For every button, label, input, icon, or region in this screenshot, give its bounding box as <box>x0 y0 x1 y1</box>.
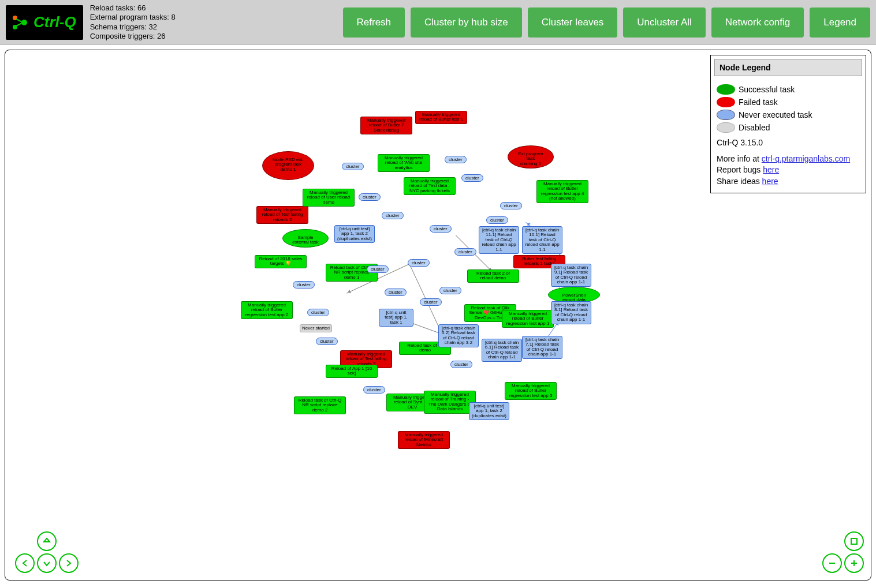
fit-icon <box>849 537 859 546</box>
network-canvas[interactable]: Node-RED ext. program task demo 1 Ext pr… <box>5 50 871 580</box>
uncluster-all-button[interactable]: Uncluster All <box>623 8 705 38</box>
pan-right-button[interactable] <box>59 553 79 573</box>
node-green-reload2018[interactable]: Reload of 2018 sales targets 🏆 <box>255 255 307 268</box>
node-green-app1[interactable]: Reload of App 1 [10 sek] <box>326 365 378 378</box>
zoom-out-button[interactable] <box>822 553 842 573</box>
header-buttons: Refresh Cluster by hub size Cluster leav… <box>343 8 870 38</box>
cluster-pill[interactable]: cluster <box>307 309 329 316</box>
zoom-in-button[interactable] <box>844 553 864 573</box>
node-blue-tc81[interactable]: [ctrl-q task chain 8.1] Reload task of C… <box>551 301 591 324</box>
legend-label-success: Successful task <box>739 85 795 94</box>
brand-logo: Ctrl-Q <box>6 5 83 40</box>
cluster-pill[interactable]: cluster <box>486 216 508 224</box>
node-blue-tc61[interactable]: [ctrl-q task chain 6.1] Reload task of C… <box>482 339 522 362</box>
legend-ideas: Share ideas here <box>717 176 860 188</box>
cluster-pill[interactable]: cluster <box>461 174 483 182</box>
node-blue-unit11[interactable]: [ctrl-q unit test] app 1, task 1 <box>379 309 413 327</box>
swatch-never-icon <box>717 110 735 120</box>
node-green-user[interactable]: Manually triggered reload of User reload… <box>303 189 355 207</box>
node-red-failing2[interactable]: Manually triggered reload of Test failin… <box>256 206 308 224</box>
refresh-button[interactable]: Refresh <box>343 8 405 38</box>
node-red-minecraft[interactable]: Manually triggered reload of Minecraft M… <box>398 431 450 449</box>
legend-button[interactable]: Legend <box>810 8 870 38</box>
svg-line-4 <box>16 23 22 26</box>
node-green-reload2[interactable]: Reload task 2 of reload demo <box>467 269 519 283</box>
legend-row-success: Successful task <box>717 84 860 95</box>
cluster-pill[interactable]: cluster <box>420 298 442 306</box>
legend-bugs-link[interactable]: here <box>763 165 779 174</box>
cluster-leaves-button[interactable]: Cluster leaves <box>528 8 618 38</box>
cluster-by-hub-size-button[interactable]: Cluster by hub size <box>411 8 522 38</box>
node-green-butler2[interactable]: Manually triggered reload of Butler regr… <box>241 301 293 319</box>
cluster-pill[interactable]: cluster <box>363 386 385 394</box>
stat-ext-prog-tasks: External program tasks: 8 <box>90 13 176 22</box>
cluster-pill[interactable]: cluster <box>450 361 472 368</box>
minus-icon <box>827 559 837 568</box>
node-blue-tc52[interactable]: [ctrl-q task chain 5.2] Reload task of C… <box>438 324 479 347</box>
plus-icon <box>849 559 859 568</box>
network-config-button[interactable]: Network config <box>711 8 804 38</box>
cluster-pill[interactable]: cluster <box>382 212 404 219</box>
cluster-pill[interactable]: cluster <box>445 156 467 163</box>
legend-ideas-link[interactable]: here <box>762 177 778 186</box>
svg-rect-5 <box>851 538 857 544</box>
node-blue-tc101[interactable]: [ctrl-q task chain 10.1] Reload task of … <box>522 226 562 254</box>
node-green-ellipse-sample[interactable]: Sample external task <box>282 229 329 248</box>
node-red-buttertest[interactable]: Manually triggered reload of ButterTest … <box>415 111 467 124</box>
swatch-disabled-icon <box>717 122 735 133</box>
node-blue-unit12a[interactable]: [ctrl-q unit test] app 1, task 2 (duplic… <box>334 225 375 243</box>
cluster-pill[interactable]: cluster <box>385 289 407 296</box>
arrow-right-icon <box>64 559 73 568</box>
node-green-web[interactable]: Manually triggered reload of Web site an… <box>378 154 430 172</box>
zoom-fit-button[interactable] <box>844 531 864 551</box>
stat-reload-tasks: Reload tasks: 66 <box>90 3 176 13</box>
legend-panel: Node Legend Successful task Failed task … <box>710 55 866 193</box>
svg-point-2 <box>21 20 27 25</box>
brand-text: Ctrl-Q <box>33 13 76 31</box>
pan-controls <box>12 531 81 573</box>
pan-up-button[interactable] <box>37 531 57 551</box>
node-green-ellipse-ps[interactable]: PowerShell export data connections <box>548 287 600 303</box>
node-grey-never-started[interactable]: Never started <box>300 324 332 332</box>
node-blue-tc111[interactable]: [ctrl-q task chain 11.1] Reload task of … <box>479 226 519 254</box>
node-blue-unit12b[interactable]: [ctrl-q unit test] app 1, task 2 (duplic… <box>469 402 509 420</box>
node-green-training[interactable]: Manually triggered reload of Training - … <box>424 391 476 414</box>
cluster-pill[interactable]: cluster <box>408 259 430 267</box>
node-red-ellipse-right[interactable]: Ext program task chaining 1 <box>508 145 554 168</box>
cluster-pill[interactable]: cluster <box>359 193 381 201</box>
node-red-butler7[interactable]: Manually triggered reload of Butler 7 Sl… <box>360 117 412 134</box>
legend-version: Ctrl-Q 3.15.0 <box>717 137 860 149</box>
node-green-butler1[interactable]: Manually triggered reload of Butler regr… <box>502 310 554 328</box>
node-blue-tc71[interactable]: [ctrl-q task chain 7.1] Reload task of C… <box>522 336 562 359</box>
cluster-pill[interactable]: cluster <box>293 281 315 289</box>
legend-bugs: Report bugs here <box>717 164 860 176</box>
legend-label-never: Never executed task <box>739 110 812 119</box>
node-green-butler4[interactable]: Manually triggered reload of Butler regr… <box>536 180 588 203</box>
cluster-pill[interactable]: cluster <box>454 248 476 256</box>
node-green-butler3[interactable]: Manually triggered reload of Butler regr… <box>505 382 557 400</box>
node-blue-tc91[interactable]: [ctrl-q task chain 9.1] Reload task of C… <box>551 264 591 287</box>
svg-line-3 <box>16 19 22 22</box>
cluster-pill[interactable]: cluster <box>500 202 522 209</box>
legend-row-disabled: Disabled <box>717 122 860 133</box>
cluster-pill[interactable]: cluster <box>430 225 452 233</box>
header-stats: Reload tasks: 66 External program tasks:… <box>90 3 176 41</box>
node-green-nyc[interactable]: Manually triggered reload of Test data -… <box>404 177 456 195</box>
pan-down-button[interactable] <box>37 553 57 573</box>
arrow-down-icon <box>42 559 51 568</box>
legend-more-info: More info at ctrl-q.ptarmiganlabs.com <box>717 153 860 165</box>
cluster-pill[interactable]: cluster <box>342 163 364 170</box>
header-bar: Ctrl-Q Reload tasks: 66 External program… <box>0 0 876 45</box>
pan-left-button[interactable] <box>15 553 35 573</box>
stat-composite-triggers: Composite triggers: 26 <box>90 32 176 41</box>
stat-schema-triggers: Schema triggers: 32 <box>90 23 176 32</box>
node-green-nr2[interactable]: Reload task of Ctrl-Q NR script replace … <box>294 396 346 414</box>
node-red-ellipse-left[interactable]: Node-RED ext. program task demo 1 <box>262 151 314 180</box>
zoom-controls <box>822 531 864 573</box>
legend-body: Successful task Failed task Never execut… <box>711 80 866 193</box>
cluster-pill[interactable]: cluster <box>439 287 461 294</box>
cluster-pill[interactable]: cluster <box>367 265 389 273</box>
legend-more-info-link[interactable]: ctrl-q.ptarmiganlabs.com <box>762 154 850 163</box>
cluster-pill[interactable]: cluster <box>316 338 338 345</box>
legend-label-failed: Failed task <box>739 98 778 107</box>
